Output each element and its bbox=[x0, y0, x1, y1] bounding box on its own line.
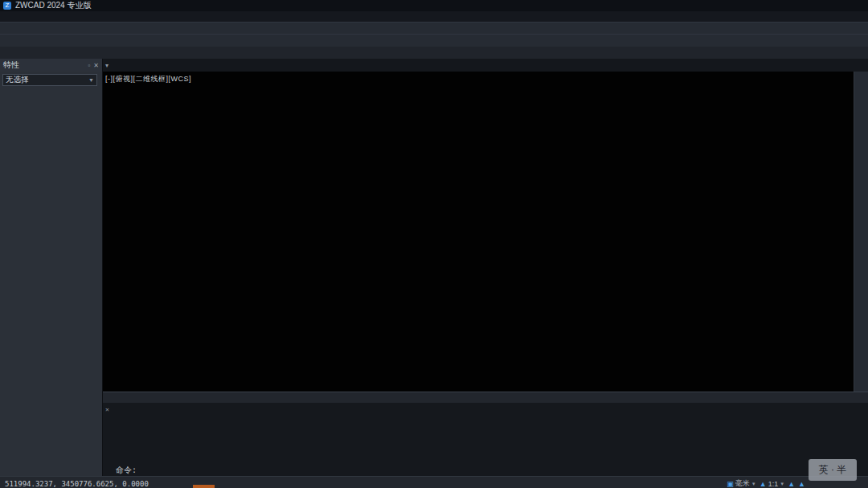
right-column: [-][俯视][二维线框][WCS] ✕ 命令: bbox=[103, 72, 868, 476]
selection-dropdown[interactable]: 无选择 ▼ bbox=[2, 74, 97, 86]
taskbar-hint bbox=[193, 485, 215, 488]
layout-tabbar bbox=[103, 392, 868, 403]
panel-close-icon[interactable]: ✕ bbox=[93, 62, 99, 69]
properties-panel-header: 特性 ▫ ✕ bbox=[0, 59, 103, 72]
window-title: ZWCAD 2024 专业版 bbox=[15, 0, 91, 11]
command-close-icon[interactable]: ✕ bbox=[105, 405, 109, 414]
annotation-visibility-icon[interactable]: ▲ bbox=[788, 480, 795, 488]
properties-panel: 无选择 ▼ bbox=[0, 72, 103, 476]
main-area: 无选择 ▼ [-][俯视][二维线框][WCS] ✕ 命令: bbox=[0, 72, 868, 476]
titlebar: Z ZWCAD 2024 专业版 bbox=[0, 0, 868, 11]
command-history[interactable]: ✕ 命令: bbox=[103, 403, 868, 476]
command-prompt[interactable]: 命令: bbox=[116, 465, 865, 474]
panel-autohide-icon[interactable]: ▫ bbox=[88, 62, 90, 69]
menubar bbox=[0, 11, 868, 22]
modify-toolbar bbox=[854, 72, 868, 392]
chevron-down-icon: ▼ bbox=[751, 482, 756, 486]
command-window: ✕ 命令: bbox=[103, 392, 868, 476]
selection-value: 无选择 bbox=[6, 75, 29, 85]
annotation-scale-control[interactable]: ▲ 1:1 ▼ bbox=[760, 480, 784, 488]
cad-drawing[interactable] bbox=[103, 72, 854, 392]
units-icon: ▣ bbox=[727, 480, 734, 488]
zwcad-window: { "window": { "title": "ZWCAD 2024 专业版" … bbox=[0, 0, 868, 488]
drawing-viewport[interactable]: [-][俯视][二维线框][WCS] bbox=[103, 72, 854, 392]
viewport-controls-label[interactable]: [-][俯视][二维线框][WCS] bbox=[105, 74, 191, 84]
drawing-tabbar: 特性 ▫ ✕ ▾ bbox=[0, 59, 868, 72]
draw-row: [-][俯视][二维线框][WCS] bbox=[103, 72, 868, 392]
annotation-scale-icon: ▲ bbox=[760, 480, 767, 488]
layers-dimension-toolbar bbox=[0, 34, 868, 47]
selection-row: 无选择 ▼ bbox=[0, 72, 102, 88]
project-menubar bbox=[0, 47, 868, 59]
zwcad-logo-icon: Z bbox=[3, 2, 11, 10]
annotation-scale-value: 1:1 bbox=[768, 480, 779, 488]
tab-list-dropdown[interactable]: ▾ bbox=[103, 59, 111, 72]
status-right: ▣ 毫米 ▼ ▲ 1:1 ▼ ▲ ▲ bbox=[727, 478, 805, 488]
chevron-down-icon: ▼ bbox=[88, 77, 94, 83]
units-toggle[interactable]: ▣ 毫米 ▼ bbox=[727, 478, 755, 488]
units-label: 毫米 bbox=[735, 478, 750, 488]
panel-title: 特性 bbox=[3, 59, 19, 71]
chevron-down-icon: ▼ bbox=[780, 482, 784, 486]
coordinates-readout: 511994.3237, 3450776.6625, 0.0000 bbox=[5, 480, 339, 488]
ime-indicator: 英 · 半 bbox=[809, 459, 857, 481]
standard-toolbar bbox=[0, 22, 868, 34]
statusbar: 511994.3237, 3450776.6625, 0.0000 ▣ 毫米 ▼… bbox=[0, 476, 868, 488]
annotation-autoscale-icon[interactable]: ▲ bbox=[798, 480, 805, 488]
